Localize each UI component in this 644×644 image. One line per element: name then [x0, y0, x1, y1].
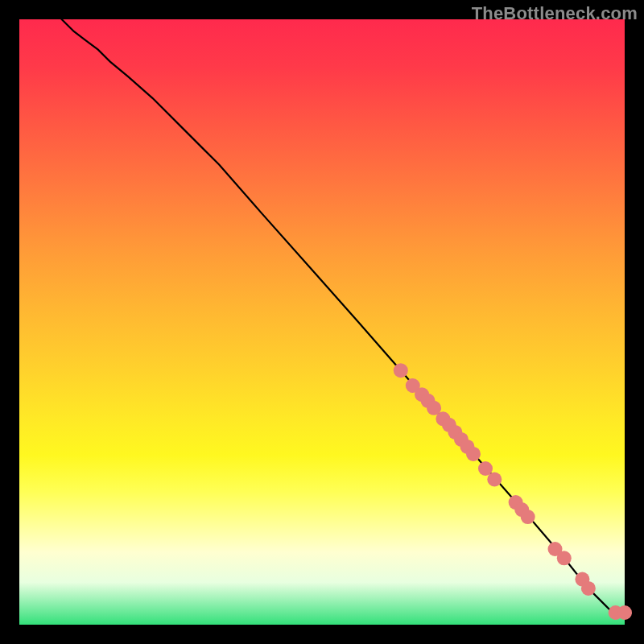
chart-svg [19, 19, 625, 625]
data-point [521, 510, 535, 524]
data-point [487, 473, 502, 487]
data-point [557, 551, 572, 565]
data-points-cluster [394, 363, 632, 620]
curve-line [62, 19, 625, 613]
data-point [394, 363, 408, 378]
data-point [466, 447, 481, 461]
data-point [617, 605, 632, 620]
data-point [581, 581, 596, 596]
